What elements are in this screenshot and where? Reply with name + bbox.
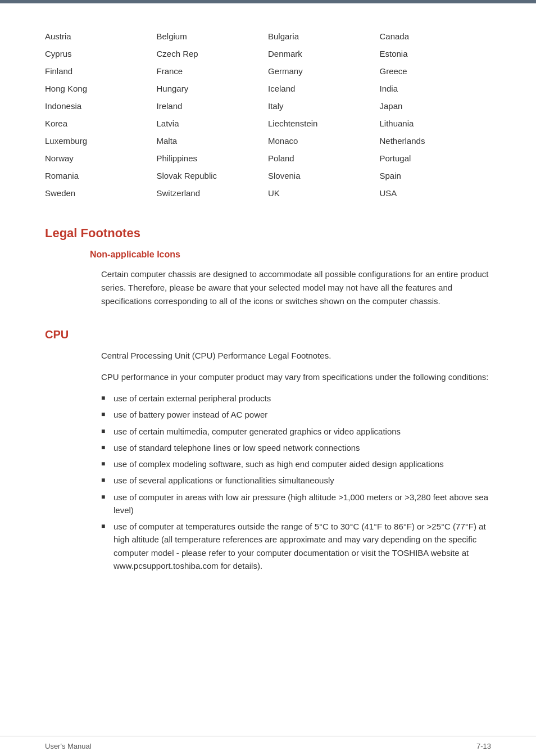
bullet-square-icon: ■ bbox=[101, 459, 113, 469]
bullet-square-icon: ■ bbox=[101, 409, 113, 420]
bullet-square-icon: ■ bbox=[101, 475, 113, 486]
country-item: Cyprus bbox=[45, 49, 157, 58]
bullet-text: use of complex modeling software, such a… bbox=[113, 458, 444, 470]
bullet-item: ■use of computer in areas with low air p… bbox=[101, 491, 491, 517]
cpu-section: CPU Central Processing Unit (CPU) Perfor… bbox=[45, 328, 491, 572]
bullet-item: ■use of battery power instead of AC powe… bbox=[101, 408, 491, 421]
country-item: UK bbox=[268, 188, 380, 198]
country-item: Spain bbox=[380, 171, 492, 180]
bullet-text: use of computer at temperatures outside … bbox=[113, 520, 491, 572]
country-item: USA bbox=[380, 188, 492, 198]
country-item: France bbox=[157, 66, 269, 76]
legal-footnotes-heading: Legal Footnotes bbox=[45, 226, 491, 241]
country-item: Hungary bbox=[157, 84, 269, 93]
country-item: Japan bbox=[380, 101, 492, 111]
country-item: Indonesia bbox=[45, 101, 157, 111]
country-item: Netherlands bbox=[380, 136, 492, 146]
cpu-bullet-list: ■use of certain external peripheral prod… bbox=[101, 392, 491, 572]
bullet-text: use of several applications or functiona… bbox=[113, 474, 334, 487]
bullet-square-icon: ■ bbox=[101, 492, 113, 503]
country-item: Norway bbox=[45, 153, 157, 163]
cpu-para2: CPU performance in your computer product… bbox=[101, 370, 491, 384]
country-grid: AustriaBelgiumBulgariaCanadaCyprusCzech … bbox=[45, 31, 491, 198]
country-item: Austria bbox=[45, 31, 157, 41]
bullet-item: ■use of standard telephone lines or low … bbox=[101, 441, 491, 454]
country-item: Germany bbox=[268, 66, 380, 76]
footer-right: 7-13 bbox=[476, 742, 491, 750]
country-item: Iceland bbox=[268, 84, 380, 93]
bullet-square-icon: ■ bbox=[101, 426, 113, 437]
country-item: Slovenia bbox=[268, 171, 380, 180]
country-item: Portugal bbox=[380, 153, 492, 163]
country-item: Korea bbox=[45, 119, 157, 128]
country-item: Slovak Republic bbox=[157, 171, 269, 180]
cpu-heading: CPU bbox=[45, 328, 491, 341]
country-item: Czech Rep bbox=[157, 49, 269, 58]
country-item: Estonia bbox=[380, 49, 492, 58]
bullet-square-icon: ■ bbox=[101, 442, 113, 453]
legal-footnotes-section: Legal Footnotes Non-applicable Icons Cer… bbox=[45, 226, 491, 308]
country-item: Sweden bbox=[45, 188, 157, 198]
bullet-text: use of standard telephone lines or low s… bbox=[113, 441, 360, 454]
bullet-text: use of certain external peripheral produ… bbox=[113, 392, 271, 405]
country-item: Romania bbox=[45, 171, 157, 180]
bullet-item: ■use of several applications or function… bbox=[101, 474, 491, 487]
country-item: Ireland bbox=[157, 101, 269, 111]
country-item: Latvia bbox=[157, 119, 269, 128]
bullet-item: ■use of certain multimedia, computer gen… bbox=[101, 425, 491, 438]
country-item: Denmark bbox=[268, 49, 380, 58]
country-item: Greece bbox=[380, 66, 492, 76]
bullet-text: use of computer in areas with low air pr… bbox=[113, 491, 491, 517]
country-item: Philippines bbox=[157, 153, 269, 163]
bullet-text: use of certain multimedia, computer gene… bbox=[113, 425, 401, 438]
country-item: Monaco bbox=[268, 136, 380, 146]
non-applicable-icons-heading: Non-applicable Icons bbox=[90, 250, 491, 260]
country-item: Lithuania bbox=[380, 119, 492, 128]
footer-left: User's Manual bbox=[45, 742, 92, 750]
country-item: Italy bbox=[268, 101, 380, 111]
bullet-square-icon: ■ bbox=[101, 521, 113, 532]
country-item: Hong Kong bbox=[45, 84, 157, 93]
page-content: AustriaBelgiumBulgariaCanadaCyprusCzech … bbox=[0, 3, 536, 609]
country-item: Canada bbox=[380, 31, 492, 41]
cpu-para1: Central Processing Unit (CPU) Performanc… bbox=[101, 349, 491, 363]
bullet-item: ■use of certain external peripheral prod… bbox=[101, 392, 491, 405]
bullet-item: ■use of computer at temperatures outside… bbox=[101, 520, 491, 572]
country-item: Liechtenstein bbox=[268, 119, 380, 128]
country-item: Switzerland bbox=[157, 188, 269, 198]
bullet-text: use of battery power instead of AC power bbox=[113, 408, 267, 421]
bullet-square-icon: ■ bbox=[101, 393, 113, 404]
non-applicable-icons-body: Certain computer chassis are designed to… bbox=[101, 268, 491, 308]
page-footer: User's Manual 7-13 bbox=[0, 736, 536, 756]
country-item: Malta bbox=[157, 136, 269, 146]
country-item: Finland bbox=[45, 66, 157, 76]
country-item: Bulgaria bbox=[268, 31, 380, 41]
country-item: Belgium bbox=[157, 31, 269, 41]
country-item: Luxemburg bbox=[45, 136, 157, 146]
country-item: India bbox=[380, 84, 492, 93]
country-item: Poland bbox=[268, 153, 380, 163]
bullet-item: ■use of complex modeling software, such … bbox=[101, 458, 491, 470]
